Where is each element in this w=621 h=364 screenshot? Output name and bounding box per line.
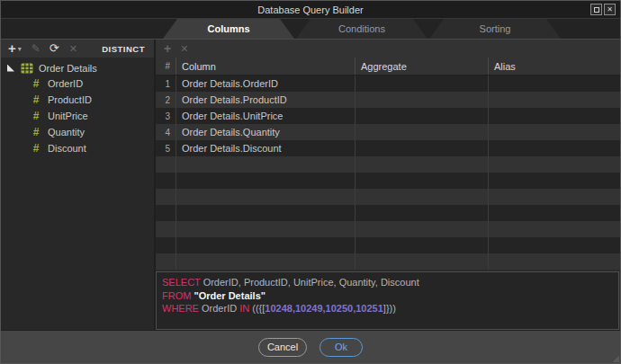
refresh-icon[interactable]: ⟳ bbox=[50, 42, 59, 55]
grid-cell: 3 bbox=[156, 108, 176, 124]
add-table-dropdown-icon[interactable]: ▾ bbox=[18, 45, 22, 53]
add-column-icon[interactable]: + bbox=[164, 42, 171, 55]
remove-table-icon[interactable]: ✕ bbox=[69, 42, 77, 55]
table-row[interactable] bbox=[156, 253, 620, 270]
tree-field-label: ProductID bbox=[48, 94, 92, 105]
left-panel: + ▾ ✎ ⟳ ✕ DISTINCT Order Deta bbox=[1, 40, 156, 330]
grid-cell bbox=[355, 108, 488, 124]
table-row[interactable]: 2Order Details.ProductID bbox=[156, 92, 620, 108]
sql-line: WHERE OrderID IN (({[10248,10249,10250,1… bbox=[162, 302, 615, 315]
grid-cell bbox=[156, 253, 176, 270]
grid-cell bbox=[488, 237, 620, 253]
resize-grip[interactable] bbox=[613, 356, 619, 362]
tree-field-quantity[interactable]: #Quantity bbox=[1, 124, 154, 140]
footer-bar: Cancel Ok bbox=[1, 330, 620, 363]
grid-cell bbox=[355, 92, 488, 108]
ok-button[interactable]: Ok bbox=[320, 338, 363, 357]
grid-cell: Order Details.Quantity bbox=[176, 124, 355, 140]
grid-cell: Order Details.OrderID bbox=[176, 75, 355, 92]
table-row[interactable] bbox=[156, 173, 620, 189]
grid-cell bbox=[488, 92, 620, 108]
numeric-field-icon: # bbox=[31, 110, 41, 122]
tree-field-discount[interactable]: #Discount bbox=[1, 140, 154, 156]
grid-cell bbox=[488, 108, 620, 124]
numeric-field-icon: # bbox=[31, 126, 41, 138]
grid-cell bbox=[488, 253, 620, 270]
maximize-icon bbox=[594, 7, 599, 13]
tab-columns[interactable]: Columns bbox=[163, 19, 294, 39]
grid-cell bbox=[156, 156, 176, 173]
grid-header-index[interactable]: # bbox=[156, 58, 176, 75]
grid-cell bbox=[355, 237, 488, 253]
sql-line: FROM "Order Details" bbox=[162, 289, 615, 303]
table-row[interactable]: 1Order Details.OrderID bbox=[156, 75, 620, 92]
table-row[interactable]: 3Order Details.UnitPrice bbox=[156, 108, 620, 124]
tree-field-label: UnitPrice bbox=[48, 111, 88, 121]
grid-cell bbox=[488, 75, 620, 92]
grid-cell: 1 bbox=[156, 75, 176, 92]
grid-cell bbox=[355, 253, 488, 270]
tree-field-productid[interactable]: #ProductID bbox=[1, 92, 154, 108]
table-row[interactable] bbox=[156, 205, 620, 221]
table-row[interactable] bbox=[156, 156, 620, 173]
tree-field-orderid[interactable]: #OrderID bbox=[1, 75, 154, 92]
grid-header-column[interactable]: Column bbox=[176, 58, 355, 75]
table-icon bbox=[21, 63, 33, 74]
columns-panel: + ✕ # Column Aggregate Alias 1Order Deta… bbox=[156, 40, 620, 330]
numeric-field-icon: # bbox=[31, 93, 41, 106]
window-title: Database Query Builder bbox=[257, 4, 363, 15]
grid-cell bbox=[355, 221, 488, 237]
tree-field-unitprice[interactable]: #UnitPrice bbox=[1, 108, 154, 124]
table-row[interactable] bbox=[156, 237, 620, 253]
tree-field-label: OrderID bbox=[48, 78, 83, 89]
tree-field-label: Discount bbox=[48, 143, 86, 154]
grid-cell: 5 bbox=[156, 140, 176, 156]
remove-column-icon[interactable]: ✕ bbox=[180, 42, 188, 55]
close-button[interactable]: ✕ bbox=[604, 4, 616, 15]
grid-toolbar: + ✕ bbox=[156, 40, 620, 58]
title-bar: Database Query Builder ✕ bbox=[1, 1, 620, 19]
grid-cell bbox=[176, 205, 355, 221]
cancel-button[interactable]: Cancel bbox=[258, 338, 307, 357]
grid-cell: Order Details.ProductID bbox=[176, 92, 355, 108]
distinct-toggle-button[interactable]: DISTINCT bbox=[102, 44, 145, 54]
grid-cell bbox=[488, 124, 620, 140]
table-row[interactable] bbox=[156, 221, 620, 237]
grid-header-row: # Column Aggregate Alias bbox=[156, 58, 620, 75]
database-query-builder-dialog: Database Query Builder ✕ ColumnsConditio… bbox=[0, 0, 621, 364]
close-icon: ✕ bbox=[607, 5, 613, 13]
tab-sorting[interactable]: Sorting bbox=[429, 19, 561, 39]
grid-cell bbox=[355, 140, 488, 156]
tab-conditions[interactable]: Conditions bbox=[296, 19, 428, 39]
grid-cell bbox=[176, 189, 355, 205]
grid-cell bbox=[176, 173, 355, 189]
grid-cell: Order Details.Discount bbox=[176, 140, 355, 156]
grid-cell bbox=[488, 205, 620, 221]
collapse-expander-icon[interactable] bbox=[7, 65, 14, 72]
grid-cell bbox=[176, 253, 355, 270]
table-row[interactable]: 4Order Details.Quantity bbox=[156, 124, 620, 140]
grid-cell bbox=[488, 173, 620, 189]
grid-cell bbox=[488, 189, 620, 205]
tree-node-order-details[interactable]: Order Details bbox=[1, 60, 154, 75]
grid-cell bbox=[355, 124, 488, 140]
maximize-button[interactable] bbox=[590, 4, 602, 15]
grid-cell bbox=[355, 189, 488, 205]
grid-header-alias[interactable]: Alias bbox=[488, 58, 620, 75]
grid-cell: 4 bbox=[156, 124, 176, 140]
numeric-field-icon: # bbox=[31, 142, 41, 155]
table-row[interactable]: 5Order Details.Discount bbox=[156, 140, 620, 156]
grid-header-aggregate[interactable]: Aggregate bbox=[355, 58, 488, 75]
sql-line: SELECT OrderID, ProductID, UnitPrice, Qu… bbox=[162, 276, 615, 289]
grid-cell bbox=[355, 205, 488, 221]
grid-cell: 2 bbox=[156, 92, 176, 108]
table-row[interactable] bbox=[156, 189, 620, 205]
grid-cell bbox=[156, 237, 176, 253]
grid-cell: Order Details.UnitPrice bbox=[176, 108, 355, 124]
columns-grid: # Column Aggregate Alias 1Order Details.… bbox=[156, 58, 620, 270]
edit-icon[interactable]: ✎ bbox=[32, 42, 40, 55]
tree-toolbar: + ▾ ✎ ⟳ ✕ DISTINCT bbox=[1, 40, 154, 58]
numeric-field-icon: # bbox=[31, 77, 41, 90]
add-table-button[interactable]: + bbox=[8, 42, 16, 55]
grid-cell bbox=[156, 173, 176, 189]
